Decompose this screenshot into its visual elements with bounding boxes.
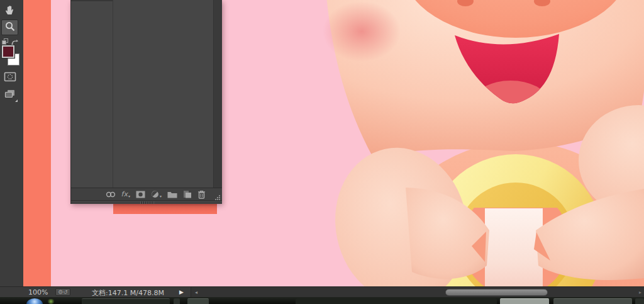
zoom-tool-button[interactable] <box>1 20 18 35</box>
link-layers-button[interactable] <box>106 189 116 199</box>
folder-icon <box>167 191 177 198</box>
new-group-button[interactable] <box>167 189 177 199</box>
windows-taskbar[interactable] <box>0 297 644 304</box>
caret-down-icon: ▾ <box>128 194 130 198</box>
status-sync-button[interactable]: ⚙↺ <box>55 288 70 296</box>
adjustment-layer-icon <box>151 190 159 198</box>
zoom-icon <box>4 21 16 35</box>
taskbar-window-button[interactable] <box>187 298 209 304</box>
foreground-color-swatch[interactable] <box>2 45 14 58</box>
pig-blush <box>323 1 401 62</box>
caret-down-icon: ▾ <box>160 194 162 198</box>
status-menu-arrow-icon[interactable]: ▶ <box>179 289 184 295</box>
panel-corner-resize-grip[interactable] <box>214 194 221 201</box>
coral-shape-under-panel <box>113 203 217 214</box>
horizontal-scrollbar-thumb[interactable] <box>445 289 548 296</box>
scroll-right-arrow-icon[interactable]: ▸ <box>639 290 641 295</box>
zoom-level[interactable]: 100% <box>28 288 48 296</box>
taskbar-window-button[interactable] <box>296 298 497 304</box>
screen-mode-button[interactable] <box>1 87 18 103</box>
layer-styles-button[interactable]: fx ▾ <box>121 189 130 199</box>
mini-foreground-swatch <box>2 40 6 45</box>
add-layer-mask-button[interactable] <box>136 189 145 199</box>
panel-drag-grip[interactable] <box>140 201 154 204</box>
layer-mask-icon <box>136 191 145 198</box>
screen-mode-icon <box>4 88 16 102</box>
new-layer-button[interactable] <box>183 189 192 199</box>
color-swatches <box>2 45 21 68</box>
document-canvas[interactable]: fx ▾ <box>23 0 644 286</box>
panel-column-divider <box>113 0 113 188</box>
trash-icon <box>197 190 206 199</box>
taskbar-window-button[interactable] <box>500 298 549 304</box>
quick-mask-icon <box>4 71 16 85</box>
delete-layer-button[interactable] <box>197 189 206 199</box>
taskbar-window-button[interactable] <box>635 298 644 304</box>
document-size-info: 文档:147.1 M/478.8M <box>92 288 164 298</box>
hand-icon <box>4 4 16 18</box>
quick-mask-button[interactable] <box>1 70 18 86</box>
taskbar-window-button[interactable] <box>82 298 170 304</box>
tool-flyout-indicator <box>15 99 18 102</box>
layers-panel-bottom-bar: fx ▾ <box>71 188 222 201</box>
coin-square-hole <box>485 208 543 286</box>
photoshop-app: fx ▾ <box>0 0 644 304</box>
sync-icon: ⚙↺ <box>58 289 68 295</box>
scroll-left-arrow-icon[interactable]: ◂ <box>195 290 197 295</box>
horizontal-scrollbar[interactable]: ◂ ▸ <box>191 287 644 298</box>
taskbar-window-button[interactable] <box>174 298 180 304</box>
status-bar: 100% ⚙↺ 文档:147.1 M/478.8M ▶ ◂ ▸ <box>0 286 644 297</box>
panel-row-divider <box>71 0 113 1</box>
coral-strip <box>23 0 51 286</box>
fx-icon: fx <box>121 191 128 198</box>
new-adjustment-layer-button[interactable]: ▾ <box>151 189 162 199</box>
hand-tool-button[interactable] <box>1 3 18 19</box>
new-layer-icon <box>183 190 192 198</box>
panel-resize-strip[interactable] <box>71 201 222 204</box>
panel-scroll-gutter[interactable] <box>213 0 222 188</box>
taskbar-window-button[interactable] <box>553 298 632 304</box>
tools-toolbar <box>0 0 23 286</box>
start-orb-icon[interactable] <box>26 298 43 304</box>
link-icon <box>106 191 116 198</box>
taskbar-app-icon[interactable] <box>47 299 55 304</box>
layers-panel[interactable]: fx ▾ <box>70 0 222 204</box>
